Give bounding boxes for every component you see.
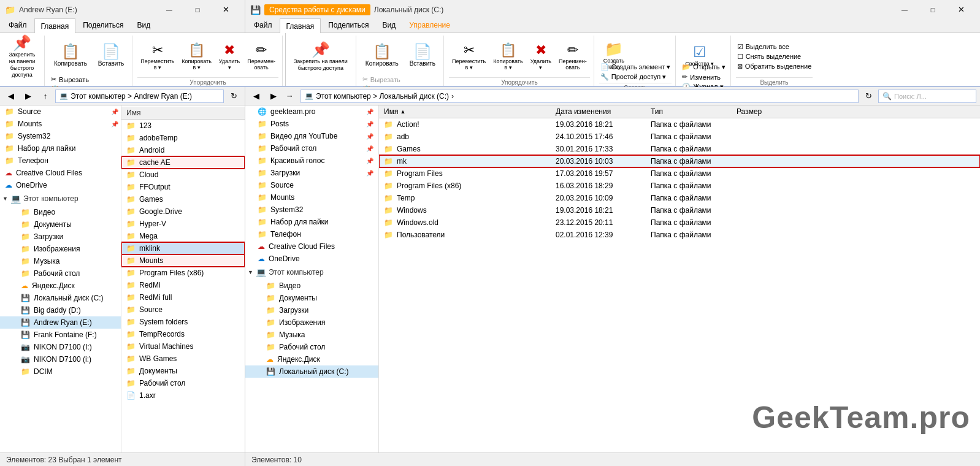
tab-file-left[interactable]: Файл: [2, 18, 33, 32]
nav-item-mounts-left[interactable]: 📁 Mounts 📌: [0, 118, 121, 130]
tab-share-left[interactable]: Поделиться: [77, 18, 129, 32]
copy-to-button-right[interactable]: 📋 Копироватьв ▾: [490, 37, 526, 76]
select-all-button[interactable]: ☑Выделить все: [736, 42, 813, 52]
list-item-123[interactable]: 📁 123: [121, 120, 245, 132]
minimize-button-right[interactable]: ─: [890, 1, 919, 19]
nav-item-nabor-right[interactable]: 📁 Набор для пайки: [245, 216, 378, 228]
col-header-name[interactable]: Имя ▲: [384, 107, 556, 116]
list-item-source[interactable]: 📁 Source: [121, 304, 245, 316]
tab-view-left[interactable]: Вид: [131, 18, 156, 32]
edit-button[interactable]: ✏Изменить: [681, 72, 726, 82]
delete-button[interactable]: ✖ Удалить▾: [216, 37, 243, 76]
file-row-games[interactable]: 📁 Games 30.01.2016 17:33 Папка с файлами: [379, 143, 980, 155]
col-header-size[interactable]: Размер: [737, 107, 975, 116]
nav-item-system32-left[interactable]: 📁 System32: [0, 130, 121, 142]
rename-button[interactable]: ✏ Переимен-овать: [244, 37, 278, 76]
delete-button-right[interactable]: ✖ Удалить▾: [527, 37, 554, 76]
list-item-mounts[interactable]: 📁 Mounts: [121, 254, 245, 267]
cut-button-right[interactable]: ✂Вырезать: [361, 75, 440, 84]
address-path-left[interactable]: 💻 Этот компьютер > Andrew Ryan (E:): [55, 90, 224, 103]
paste-button[interactable]: 📄 Вставить: [94, 36, 128, 75]
tab-home-left[interactable]: Главная: [34, 18, 76, 33]
forward-button-right[interactable]: ▶: [266, 89, 281, 104]
nav-item-onedrive-left[interactable]: ☁ OneDrive: [0, 179, 121, 191]
nav-item-video-right[interactable]: 📁 Видео: [245, 280, 378, 292]
up-button-left[interactable]: ↑: [38, 89, 53, 104]
nav-item-docs-right[interactable]: 📁 Документы: [245, 292, 378, 304]
tab-manage-right[interactable]: Управление: [403, 18, 456, 32]
col-header-date[interactable]: Дата изменения: [556, 107, 651, 116]
tab-file-right[interactable]: Файл: [248, 18, 278, 32]
list-item-temprecords[interactable]: 📁 TempRecords: [121, 328, 245, 340]
list-item-docs-folder[interactable]: 📁 Документы: [121, 365, 245, 377]
nav-item-nikon-i-left[interactable]: 📷 NIKON D7100 (I:): [0, 341, 121, 353]
nav-item-bigdaddy-left[interactable]: 💾 Big daddy (D:): [0, 304, 121, 316]
tab-home-right[interactable]: Главная: [280, 18, 321, 33]
nav-item-yandex-right[interactable]: ☁ Яндекс.Диск: [245, 353, 378, 365]
file-row-windowsold[interactable]: 📁 Windows.old 23.12.2015 20:11 Папка с ф…: [379, 216, 980, 229]
file-row-mk[interactable]: 📁 mk 20.03.2016 10:03 Папка с файлами: [379, 155, 980, 167]
list-item-cache-ae[interactable]: 📁 cache AE: [121, 156, 245, 169]
cut-button[interactable]: ✂Вырезать: [50, 75, 128, 84]
refresh-button-left[interactable]: ↻: [226, 89, 241, 104]
nav-item-nabor-left[interactable]: 📁 Набор для пайки: [0, 142, 121, 155]
list-item-axr[interactable]: 📄 1.axr: [121, 389, 245, 402]
file-row-progfilesx86[interactable]: 📁 Program Files (x86) 16.03.2016 18:29 П…: [379, 180, 980, 192]
list-item-wbgames[interactable]: 📁 WB Games: [121, 353, 245, 365]
maximize-button-left[interactable]: □: [183, 1, 212, 19]
nav-item-yandex-left[interactable]: ☁ Яндекс.Диск: [0, 280, 121, 292]
nav-item-video-left[interactable]: 📁 Видео: [0, 206, 121, 218]
tab-share-right[interactable]: Поделиться: [322, 18, 375, 32]
nav-item-docs-left[interactable]: 📁 Документы: [0, 218, 121, 231]
close-button-right[interactable]: ✕: [947, 1, 975, 19]
rename-button-right[interactable]: ✏ Переимен-овать: [556, 37, 590, 76]
nav-item-downloads-left[interactable]: 📁 Загрузки: [0, 231, 121, 243]
nav-item-system32-right[interactable]: 📁 System32: [245, 204, 378, 216]
nav-item-geekteam[interactable]: 🌐 geekteam.pro 📌: [245, 105, 378, 118]
pin-to-quickaccess-button[interactable]: 📌 Закрепить на панели быстрого доступа: [4, 36, 40, 78]
search-box-right[interactable]: 🔍 Поиск: Л...: [878, 90, 976, 103]
copy-button-right[interactable]: 📋 Копировать: [361, 36, 403, 75]
nav-item-source-left[interactable]: 📁 Source 📌: [0, 105, 121, 118]
list-item-redmifull[interactable]: 📁 RedMi full: [121, 291, 245, 304]
forward-button-left[interactable]: ▶: [21, 89, 36, 104]
nav-item-desktop-right[interactable]: 📁 Рабочий стол 📌: [245, 142, 378, 155]
list-item-games[interactable]: 📁 Games: [121, 193, 245, 205]
nav-item-telefon-left[interactable]: 📁 Телефон: [0, 155, 121, 167]
nav-item-images-right[interactable]: 📁 Изображения: [245, 316, 378, 329]
col-header-name-left[interactable]: Имя: [121, 107, 245, 120]
file-row-progfiles[interactable]: 📁 Program Files 17.03.2016 19:57 Папка с…: [379, 167, 980, 180]
nav-section-thispc-right[interactable]: ▼ 💻 Этот компьютер: [245, 265, 378, 280]
move-to-button-right[interactable]: ✂ Переместитьв ▾: [449, 37, 489, 76]
nav-item-music-right[interactable]: 📁 Музыка: [245, 329, 378, 341]
file-row-adb[interactable]: 📁 adb 24.10.2015 17:46 Папка с файлами: [379, 131, 980, 143]
nav-item-posts[interactable]: 📁 Posts 📌: [245, 118, 378, 130]
nav-section-thispc-left[interactable]: ▼ 💻 Этот компьютер: [0, 191, 121, 206]
close-button-left[interactable]: ✕: [212, 1, 240, 19]
deselect-button[interactable]: ☐Снять выделение: [736, 52, 813, 61]
list-item-ffoutput[interactable]: 📁 FFOutput: [121, 181, 245, 193]
file-row-action[interactable]: 📁 Action! 19.03.2016 18:21 Папка с файла…: [379, 118, 980, 131]
nav-item-music-left[interactable]: 📁 Музыка: [0, 255, 121, 267]
copy-button[interactable]: 📋 Копировать: [50, 36, 91, 75]
file-row-temp[interactable]: 📁 Temp 20.03.2016 10:09 Папка с файлами: [379, 192, 980, 204]
move-to-button[interactable]: ✂ Переместитьв ▾: [137, 37, 177, 76]
file-row-polzovateli[interactable]: 📁 Пользователи 02.01.2016 12:39 Папка с …: [379, 229, 980, 241]
paste-button-right[interactable]: 📄 Вставить: [405, 36, 440, 75]
nav-item-downloads2-right[interactable]: 📁 Загрузки: [245, 304, 378, 316]
nav-item-cc-left[interactable]: ☁ Creative Cloud Files: [0, 167, 121, 179]
col-header-type[interactable]: Тип: [651, 107, 737, 116]
nav-item-mounts-right[interactable]: 📁 Mounts: [245, 191, 378, 204]
new-item-button[interactable]: 📄Создать элемент ▾: [599, 63, 672, 72]
list-item-systemfolders[interactable]: 📁 System folders: [121, 316, 245, 328]
list-item-mega[interactable]: 📁 Mega: [121, 230, 245, 242]
nav-item-desktop2-right[interactable]: 📁 Рабочий стол: [245, 341, 378, 353]
easy-access-button[interactable]: 🔧Простой доступ ▾: [599, 72, 672, 82]
address-path-right[interactable]: 💻 Этот компьютер > Локальный диск (C:) ›: [301, 90, 859, 103]
nav-item-downloads-right[interactable]: 📁 Загрузки 📌: [245, 167, 378, 179]
nav-item-images-left[interactable]: 📁 Изображения: [0, 243, 121, 255]
nav-item-dcim-left[interactable]: 📁 DCIM: [0, 365, 121, 378]
up-button-right[interactable]: ↑: [283, 89, 298, 104]
copy-to-button[interactable]: 📋 Копироватьв ▾: [178, 37, 214, 76]
back-button-right[interactable]: ◀: [249, 89, 264, 104]
